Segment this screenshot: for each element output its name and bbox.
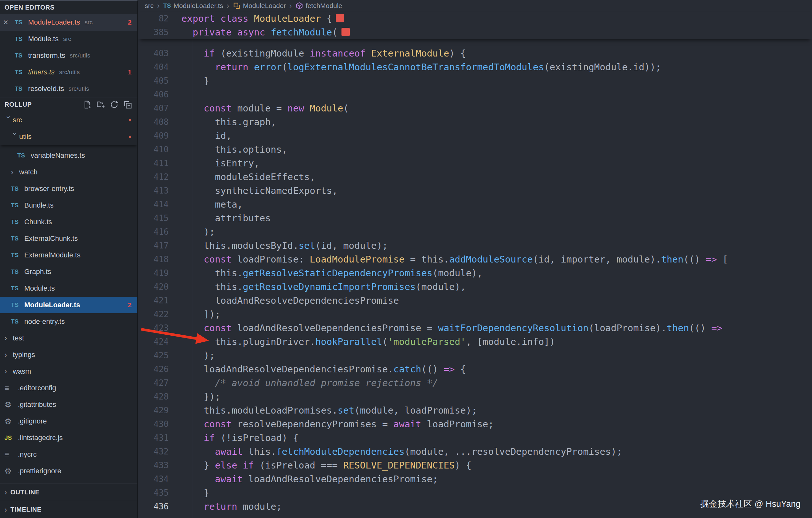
chevron-right-icon: › <box>11 168 19 177</box>
tree-item-variableNames.ts[interactable]: TSvariableNames.ts <box>0 147 137 164</box>
line-number[interactable]: 432 <box>138 447 169 456</box>
code-text: /* avoid unhandled promise rejections */ <box>169 377 438 388</box>
breadcrumb-item[interactable]: ModuleLoader.ts <box>173 2 223 9</box>
line-number[interactable]: 408 <box>138 117 169 127</box>
line-number[interactable]: 413 <box>138 186 169 196</box>
line-number[interactable]: 406 <box>138 90 169 99</box>
line-number[interactable]: 429 <box>138 406 169 415</box>
line-number[interactable]: 420 <box>138 282 169 292</box>
explorer-section-header[interactable]: ROLLUP <box>0 97 137 112</box>
close-icon[interactable]: × <box>3 18 15 27</box>
line-number[interactable]: 411 <box>138 159 169 168</box>
refresh-icon[interactable] <box>109 99 119 110</box>
line-number[interactable]: 436 <box>138 502 169 511</box>
line-number[interactable]: 385 <box>138 27 169 37</box>
tree-item-typings[interactable]: ›typings <box>0 346 137 363</box>
file-path: src <box>85 19 93 26</box>
tree-item-watch[interactable]: ›watch <box>0 164 137 180</box>
gear-file-icon: ⚙ <box>4 400 18 409</box>
open-editor-item[interactable]: TStimers.tssrc/utils1 <box>0 64 137 81</box>
line-number[interactable]: 405 <box>138 76 169 86</box>
line-number[interactable]: 404 <box>138 62 169 72</box>
open-editors-header[interactable]: OPEN EDITORS <box>0 1 137 14</box>
token: (() <box>683 254 706 265</box>
tree-item-.prettierignore[interactable]: ⚙.prettierignore <box>0 463 137 479</box>
line-number[interactable]: 431 <box>138 433 169 443</box>
collapse-all-icon[interactable] <box>122 99 133 110</box>
line-number[interactable]: 409 <box>138 131 169 141</box>
token <box>181 48 204 59</box>
breadcrumb-item[interactable]: ModuleLoader <box>243 2 286 9</box>
line-number[interactable]: 427 <box>138 378 169 388</box>
tree-item-Bundle.ts[interactable]: TSBundle.ts <box>0 197 137 214</box>
line-number[interactable]: 416 <box>138 227 169 237</box>
code-area[interactable]: 403 if (existingModule instanceof Extern… <box>138 39 812 518</box>
code-text: const loadPromise: LoadModulePromise = t… <box>169 254 728 265</box>
tree-item-Module.ts[interactable]: TSModule.ts <box>0 280 137 297</box>
code-line: 428 }); <box>138 390 812 403</box>
tree-item-src[interactable]: ›src● <box>0 112 137 128</box>
line-number[interactable]: 82 <box>138 14 169 23</box>
token: => <box>706 254 717 265</box>
timeline-section-header[interactable]: › TIMELINE <box>0 501 137 518</box>
tree-item-ExternalChunk.ts[interactable]: TSExternalChunk.ts <box>0 230 137 247</box>
breadcrumb-item[interactable]: fetchModule <box>306 2 342 9</box>
tree-item-.gitignore[interactable]: ⚙.gitignore <box>0 413 137 430</box>
outline-section-header[interactable]: › OUTLINE <box>0 484 137 501</box>
sidebar: OPEN EDITORS ×TSModuleLoader.tssrc2TSMod… <box>0 0 138 518</box>
tree-item-node-entry.ts[interactable]: TSnode-entry.ts <box>0 313 137 330</box>
tree-item-label: test <box>13 334 24 342</box>
open-editor-item[interactable]: ×TSModuleLoader.tssrc2 <box>0 14 137 31</box>
ts-file-icon: TS <box>11 301 24 309</box>
open-editor-item[interactable]: TSModule.tssrc <box>0 31 137 47</box>
line-number[interactable]: 422 <box>138 310 169 319</box>
tree-item-label: .lintstagedrc.js <box>18 434 63 442</box>
new-folder-icon[interactable] <box>95 99 106 110</box>
breadcrumb-item[interactable]: src <box>145 2 154 9</box>
tree-item-.gitattributes[interactable]: ⚙.gitattributes <box>0 396 137 413</box>
line-number[interactable]: 419 <box>138 268 169 278</box>
token: ( <box>332 27 337 38</box>
tree-item-label: ExternalModule.ts <box>24 251 81 259</box>
line-number[interactable]: 435 <box>138 488 169 497</box>
tree-item-browser-entry.ts[interactable]: TSbrowser-entry.ts <box>0 180 137 197</box>
token: then <box>661 254 684 265</box>
tree-item-ModuleLoader.ts[interactable]: TSModuleLoader.ts2 <box>0 297 137 313</box>
line-number[interactable]: 426 <box>138 365 169 374</box>
line-number[interactable]: 421 <box>138 296 169 305</box>
tree-item-.nycrc[interactable]: ≡.nycrc <box>0 446 137 463</box>
token: } <box>181 460 215 471</box>
tree-item-wasm[interactable]: ›wasm <box>0 363 137 380</box>
token <box>181 254 204 265</box>
line-number[interactable]: 410 <box>138 145 169 154</box>
line-number[interactable]: 430 <box>138 419 169 429</box>
ts-file-icon: TS <box>11 202 24 209</box>
line-number[interactable]: 414 <box>138 200 169 209</box>
tree-item-Graph.ts[interactable]: TSGraph.ts <box>0 263 137 280</box>
line-number[interactable]: 407 <box>138 104 169 113</box>
code-lines[interactable]: 403 if (existingModule instanceof Extern… <box>138 39 812 513</box>
token <box>304 103 310 114</box>
tree-item-test[interactable]: ›test <box>0 330 137 346</box>
line-number[interactable]: 412 <box>138 172 169 182</box>
token: return <box>204 501 237 512</box>
token: ( <box>343 103 348 114</box>
tree-item-utils[interactable]: ›utils● <box>0 128 137 145</box>
line-number[interactable]: 415 <box>138 213 169 223</box>
code-line: 406 <box>138 87 812 101</box>
line-number[interactable]: 433 <box>138 461 169 470</box>
tree-item-.editorconfig[interactable]: ≡.editorconfig <box>0 380 137 396</box>
token: loadAndResolveDependenciesPromise <box>181 295 399 306</box>
line-number[interactable]: 428 <box>138 392 169 401</box>
tree-item-ExternalModule.ts[interactable]: TSExternalModule.ts <box>0 247 137 263</box>
tree-item-Chunk.ts[interactable]: TSChunk.ts <box>0 214 137 230</box>
line-number[interactable]: 434 <box>138 474 169 484</box>
line-number[interactable]: 418 <box>138 255 169 264</box>
tree-item-.lintstagedrc.js[interactable]: JS.lintstagedrc.js <box>0 430 137 446</box>
new-file-icon[interactable] <box>82 99 93 110</box>
line-number[interactable]: 403 <box>138 49 169 58</box>
line-number[interactable]: 417 <box>138 241 169 250</box>
open-editor-item[interactable]: TStransform.tssrc/utils <box>0 47 137 64</box>
open-editor-item[interactable]: TSresolveId.tssrc/utils <box>0 81 137 97</box>
ts-file-icon: TS <box>15 52 28 59</box>
